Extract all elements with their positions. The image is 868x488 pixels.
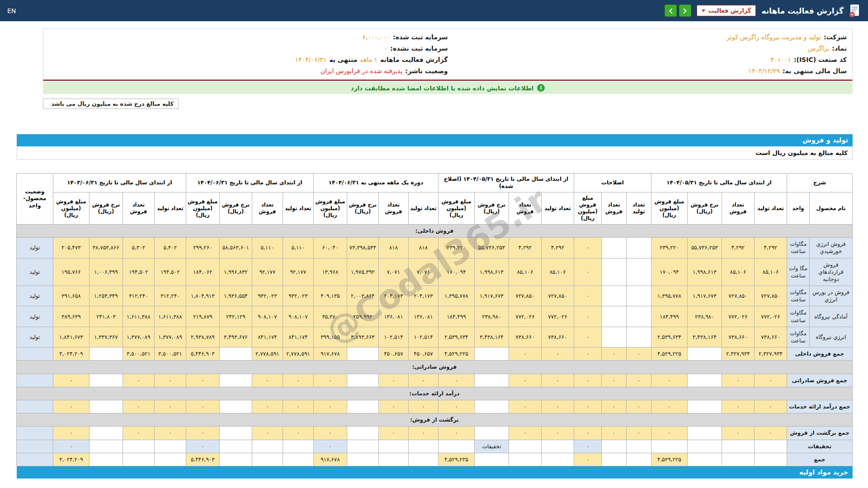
value-cell: ۱۳,۹۶۸	[313, 258, 347, 286]
header-group: دوره یک ماهه منتهی به ۱۴۰۴/۰۶/۳۱	[313, 174, 438, 192]
value-cell: ۰	[754, 427, 787, 440]
value-cell: ۱,۹۷۵,۳۹۲	[347, 258, 378, 286]
chevron-left-icon	[669, 8, 674, 13]
value-cell: ۰	[154, 427, 186, 440]
language-toggle[interactable]: EN	[7, 7, 16, 14]
value-cell	[347, 400, 378, 413]
value-cell: ۸۵,۱۰۶	[541, 258, 574, 286]
value-cell: ۲,۳۲۷,۹۳۴	[754, 347, 787, 361]
header-subcol: تعداد تولید	[283, 192, 313, 225]
value-cell: ۰	[574, 453, 601, 466]
header-subcol: تعداد فروش	[378, 192, 408, 225]
header-subcol: مبلغ فروش (میلیون ریال)	[53, 192, 89, 225]
symbol-link[interactable]: بزاگرس	[808, 43, 829, 54]
section-label-cell: فروش صادراتی:	[16, 361, 852, 374]
header-subcol: نرخ فروش (ریال)	[89, 192, 123, 225]
value-cell	[474, 374, 509, 387]
value-cell	[541, 453, 574, 466]
value-cell: ۰	[722, 374, 754, 387]
value-cell: ۵,۴۴۶,۹۰۳	[186, 453, 219, 466]
value-cell	[408, 440, 438, 453]
value-cell: ۴,۵۲۹,۲۲۵	[651, 453, 687, 466]
value-cell	[722, 453, 754, 466]
value-cell: ۰	[408, 427, 438, 440]
value-cell	[509, 453, 541, 466]
value-cell: ۱۸۴,۴۹۹	[438, 306, 474, 327]
report-type-dropdown[interactable]: گزارش فعالیت	[697, 5, 756, 16]
header-subcol: نرخ فروش (ریال)	[347, 192, 378, 225]
value-cell: ۰	[438, 400, 474, 413]
value-cell: ۴,۵۲۹,۲۲۵	[438, 347, 474, 361]
registered-capital-label: سرمایه ثبت شده:	[393, 32, 448, 43]
value-cell: ۲۱۹,۸۷۹	[186, 306, 219, 327]
unit-cell: مگاوات ساعت	[787, 238, 809, 258]
value-cell: ۰	[626, 347, 651, 361]
value-cell: ۲,۵۳۹,۶۳۴	[438, 327, 474, 347]
header-subcol: تعداد فروش	[252, 192, 283, 225]
value-cell: ۰	[186, 374, 219, 387]
header-subcol: نرخ فروش (ریال)	[474, 192, 509, 225]
company-row: شرکت: تولید و مدیریت نیروگاه زاگرس کوثر	[448, 32, 847, 43]
value-cell: ۷۳۸,۶۶۰	[541, 327, 574, 347]
header-subcol: تعداد فروش	[722, 192, 754, 225]
value-cell: ۱,۳۹۵,۷۷۸	[651, 286, 687, 306]
value-cell: ۱۳۶,۰۸۱	[408, 306, 438, 327]
header-subcol: مبلغ فروش (میلیون ریال)	[438, 192, 474, 225]
value-cell: ۰	[574, 440, 601, 453]
value-cell	[601, 453, 626, 466]
value-cell	[347, 427, 378, 440]
header-group: از ابتدای سال مالی تا تاریخ ۱۴۰۳/۰۶/۳۱	[53, 174, 186, 192]
company-info-left-column: سرمایه ثبت شده: ۶,۰۰۰,۰۰۰ سرمایه ثبت نشد…	[49, 32, 448, 77]
notice-text: اطلاعات نمایش داده شده با اطلاعات امضا ش…	[351, 84, 534, 92]
value-cell: ۰	[601, 374, 626, 387]
sales-table: شرحاز ابتدای سال مالی تا تاریخ ۱۴۰۴/۰۵/۳…	[16, 173, 853, 466]
row-label-cell: جمع فروش داخلی	[787, 347, 852, 361]
value-cell	[347, 374, 378, 387]
header-subcol: تعداد تولید	[154, 192, 186, 225]
unit-cell: مگاوات ساعت	[787, 306, 809, 327]
value-cell: ۰	[283, 374, 313, 387]
product-row: فروش قراردادهاي دوجانبهمگا وات ساعت۸۵,۱۰…	[16, 258, 852, 286]
value-cell: ۷۲۷,۸۵۰	[541, 286, 574, 306]
value-cell: ۰	[626, 374, 651, 387]
summary-row: جمع فروش صادراتی۰۰۰۰۰۰۰۰۰۰۰۰۰۰۰۰۰۰	[16, 374, 852, 387]
row-label-cell: جمع درآمد ارائه خدمات	[787, 400, 852, 413]
value-cell	[651, 440, 687, 453]
value-cell: ۱۳۶,۰۸۱	[378, 306, 408, 327]
value-cell: ۷۳۸,۶۶۰	[754, 327, 787, 347]
value-cell	[219, 374, 252, 387]
value-cell: ۰	[283, 427, 313, 440]
value-cell: ۵,۳۰۲	[123, 238, 154, 258]
value-cell: ۹۳۲,۰۲۳	[283, 286, 313, 306]
row-label-cell: جمع	[787, 453, 852, 466]
summary-row: تخفیفات۰تخفیفات۰۰۰	[16, 440, 852, 453]
value-cell: ۰	[626, 427, 651, 440]
product-row: آمادگي نیروگاهمگاوات ساعت۷۷۲,۰۲۶۷۷۲,۰۲۶۲…	[16, 306, 852, 327]
value-cell	[89, 440, 123, 453]
value-cell	[123, 453, 154, 466]
value-cell: ۲۰۵,۴۷۳	[53, 238, 89, 258]
value-cell: ۷۳۸,۶۶۰	[722, 327, 754, 347]
previous-report-button[interactable]	[665, 5, 677, 17]
value-cell	[154, 440, 186, 453]
status-cell	[16, 347, 53, 361]
next-report-button[interactable]	[679, 5, 691, 17]
value-cell	[89, 347, 123, 361]
value-cell: ۰	[154, 374, 186, 387]
value-cell	[626, 238, 651, 258]
value-cell	[89, 453, 123, 466]
value-cell: ۳,۰۲۴,۲۰۹	[53, 347, 89, 361]
value-cell: ۸۱۸	[408, 238, 438, 258]
section-label-cell: درآمد ارائه خدمات:	[16, 387, 852, 400]
value-cell	[626, 286, 651, 306]
value-cell: ۰	[313, 400, 347, 413]
value-cell: ۵۵,۷۳۶,۲۵۳	[687, 238, 722, 258]
header-subcol: تعداد تولید	[541, 192, 574, 225]
value-cell: ۴۵۰,۶۵۷	[378, 347, 408, 361]
value-cell: ۳۱۲,۲۴۰	[123, 286, 154, 306]
value-cell: ۰	[541, 400, 574, 413]
value-cell: ۱,۹۱۷,۶۷۳	[687, 286, 722, 306]
value-cell: ۰	[186, 400, 219, 413]
codal-monthly-report-page: گزارش فعالیت ماهانه گزارش فعالیت EN شرکت…	[0, 0, 868, 488]
company-name-link[interactable]: تولید و مدیریت نیروگاه زاگرس کوثر	[726, 32, 821, 43]
